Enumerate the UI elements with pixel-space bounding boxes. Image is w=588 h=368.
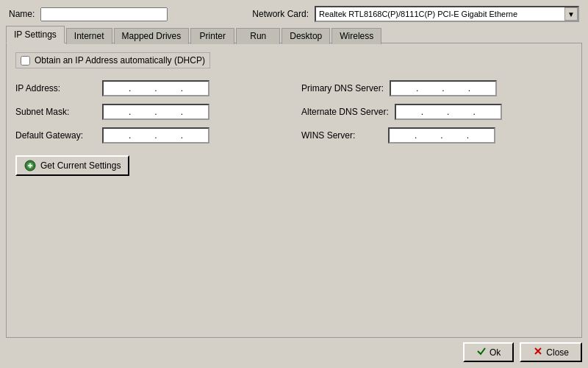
tab-run[interactable]: Run (236, 28, 280, 44)
pdns-seg2[interactable] (420, 83, 440, 93)
wins-seg1[interactable] (392, 130, 413, 141)
network-card-label: Network Card: (252, 9, 309, 19)
primary-dns-label: Primary DNS Server: (301, 83, 384, 93)
ok-label: Ok (490, 347, 501, 358)
dhcp-checkbox[interactable] (21, 56, 30, 66)
tab-container: IP Settings Internet Mapped Drives Print… (6, 25, 582, 338)
ip-seg3[interactable] (159, 83, 179, 93)
alternate-dns-label: Alternate DNS Server: (301, 107, 389, 117)
name-input[interactable] (40, 7, 168, 21)
pdns-seg3[interactable] (446, 83, 467, 93)
get-current-settings-button[interactable]: Get Current Settings (15, 155, 129, 176)
ip-seg2[interactable] (132, 83, 153, 93)
alternate-dns-input[interactable]: . . . (395, 104, 502, 120)
wins-server-label: WINS Server: (301, 130, 382, 141)
ip-seg4[interactable] (184, 83, 205, 93)
primary-dns-input[interactable]: . . . (390, 80, 497, 96)
gw-seg3[interactable] (159, 130, 179, 141)
bottom-bar: Ok Close (6, 338, 582, 362)
gw-seg4[interactable] (184, 130, 205, 141)
adns-seg4[interactable] (477, 107, 498, 117)
default-gateway-input[interactable]: . . . (102, 127, 209, 144)
pdns-seg4[interactable] (472, 83, 492, 93)
main-window: Name: Network Card: Realtek RTL8168C(P)/… (0, 0, 588, 368)
get-settings-label: Get Current Settings (40, 160, 121, 171)
adns-seg2[interactable] (425, 107, 445, 117)
header-row: Name: Network Card: Realtek RTL8168C(P)/… (6, 6, 582, 22)
wins-seg3[interactable] (445, 130, 465, 141)
ip-seg1[interactable] (107, 83, 127, 93)
tab-mapped-drives[interactable]: Mapped Drives (114, 28, 190, 44)
subnet-mask-input[interactable]: . . . (102, 104, 209, 120)
adns-seg3[interactable] (451, 107, 471, 117)
primary-dns-row: Primary DNS Server: . . . (301, 80, 573, 96)
wins-server-input[interactable]: . . . (388, 127, 495, 144)
wins-seg4[interactable] (470, 130, 491, 141)
name-label: Name: (9, 9, 35, 19)
default-gateway-row: Default Gateway: . . . (15, 127, 287, 144)
tab-desktop[interactable]: Desktop (282, 28, 330, 44)
tab-printer[interactable]: Printer (190, 28, 234, 44)
sm-seg4[interactable] (184, 107, 205, 117)
tab-internet[interactable]: Internet (66, 28, 112, 44)
ip-address-input[interactable]: . . . (102, 80, 209, 96)
sm-seg3[interactable] (159, 107, 179, 117)
subnet-mask-row: Subnet Mask: . . . (15, 104, 287, 120)
alternate-dns-row: Alternate DNS Server: . . . (301, 104, 573, 120)
ok-button[interactable]: Ok (463, 342, 514, 362)
ok-icon (476, 346, 487, 358)
tab-wireless[interactable]: Wireless (331, 28, 381, 44)
tab-ip-settings[interactable]: IP Settings (6, 26, 65, 43)
adns-seg1[interactable] (399, 107, 420, 117)
wins-server-row: WINS Server: . . . (301, 127, 573, 144)
tab-bar: IP Settings Internet Mapped Drives Print… (6, 25, 582, 43)
tab-content-ip-settings: Obtain an IP Address automatically (DHCP… (6, 43, 582, 338)
network-card-wrapper: Realtek RTL8168C(P)/8111C(P) PCI-E Gigab… (315, 6, 579, 22)
get-settings-icon (24, 160, 36, 171)
close-icon (533, 346, 543, 358)
sm-seg1[interactable] (107, 107, 127, 117)
network-card-select[interactable]: Realtek RTL8168C(P)/8111C(P) PCI-E Gigab… (315, 6, 579, 22)
ip-fields-grid: IP Address: . . . Primary DNS Server: (15, 80, 573, 144)
gw-seg1[interactable] (107, 130, 127, 141)
default-gateway-label: Default Gateway: (15, 130, 96, 141)
close-label: Close (546, 347, 569, 358)
pdns-seg1[interactable] (394, 83, 415, 93)
ip-address-row: IP Address: . . . (15, 80, 287, 96)
dhcp-label: Obtain an IP Address automatically (DHCP… (35, 55, 205, 66)
subnet-mask-label: Subnet Mask: (15, 107, 96, 117)
close-button[interactable]: Close (520, 342, 582, 362)
gw-seg2[interactable] (132, 130, 153, 141)
sm-seg2[interactable] (132, 107, 153, 117)
ip-address-label: IP Address: (15, 83, 96, 93)
wins-seg2[interactable] (418, 130, 439, 141)
